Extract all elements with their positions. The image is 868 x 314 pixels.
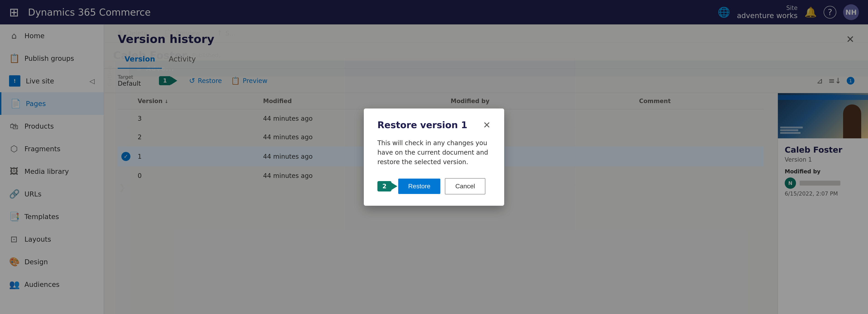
- modal-close-button[interactable]: ✕: [483, 120, 491, 130]
- modal-step-badge: 2: [377, 181, 392, 191]
- modal-footer: 2 Restore Cancel: [377, 178, 491, 195]
- modal-header: Restore version 1 ✕: [377, 120, 491, 130]
- modal-body-text: This will check in any changes you have …: [377, 138, 491, 167]
- modal-overlay: Restore version 1 ✕ This will check in a…: [0, 0, 868, 314]
- restore-version-modal: Restore version 1 ✕ This will check in a…: [364, 108, 504, 206]
- modal-restore-button[interactable]: Restore: [398, 179, 440, 194]
- modal-cancel-button[interactable]: Cancel: [445, 178, 486, 195]
- modal-title: Restore version 1: [377, 120, 467, 130]
